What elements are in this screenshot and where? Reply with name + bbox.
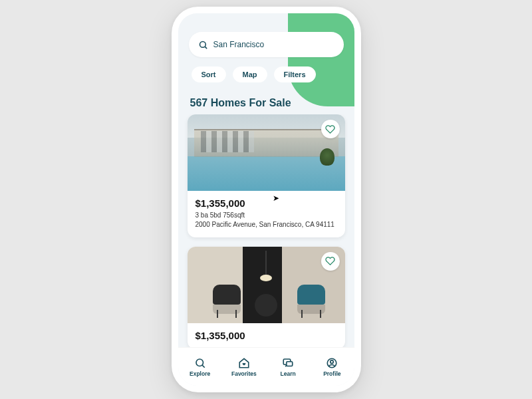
svg-point-7 [331, 360, 334, 363]
listing-price: $1,355,000 [196, 330, 337, 341]
filters-button[interactable]: Filters [274, 66, 316, 82]
listing-specs: 3 ba 5bd 756sqft [196, 211, 337, 219]
header: San Francisco Sort Map Filters [178, 13, 354, 88]
bottom-nav: Explore Favorites Learn Profile [178, 347, 354, 386]
phone-frame: San Francisco Sort Map Filters 567 Homes… [172, 7, 361, 392]
results-heading: 567 Homes For Sale [178, 88, 354, 114]
listing-card[interactable]: ➤ $1,355,000 3 ba 5bd 756sqft 2000 Pacif… [188, 114, 345, 237]
nav-learn[interactable]: Learn [266, 357, 310, 377]
svg-point-2 [196, 359, 203, 366]
sort-button[interactable]: Sort [192, 66, 226, 82]
svg-line-3 [202, 365, 205, 368]
nav-favorites[interactable]: Favorites [222, 357, 266, 377]
phone-screen: San Francisco Sort Map Filters 567 Homes… [178, 13, 354, 386]
favorite-button[interactable] [321, 120, 340, 138]
nav-profile[interactable]: Profile [310, 357, 354, 377]
listing-price: $1,355,000 [196, 198, 337, 209]
listing-body: ➤ $1,355,000 3 ba 5bd 756sqft 2000 Pacif… [188, 191, 345, 237]
search-icon [198, 40, 208, 50]
search-icon [194, 357, 206, 369]
listing-image [188, 247, 345, 323]
filter-chip-row: Sort Map Filters [189, 66, 344, 82]
nav-label: Explore [190, 370, 210, 377]
nav-explore[interactable]: Explore [178, 357, 222, 377]
listing-body: $1,355,000 [188, 323, 345, 348]
svg-line-1 [205, 47, 207, 49]
nav-label: Learn [281, 370, 296, 377]
nav-label: Profile [323, 370, 340, 377]
heart-icon [325, 256, 335, 266]
profile-icon [326, 357, 338, 369]
svg-point-0 [200, 41, 205, 47]
listing-card[interactable]: $1,355,000 [188, 247, 345, 348]
search-input[interactable]: San Francisco [189, 32, 344, 57]
favorite-button[interactable] [321, 252, 340, 271]
listing-address: 2000 Pacific Avenue, San Francisco, CA 9… [196, 220, 337, 229]
home-heart-icon [238, 357, 250, 369]
search-query-text: San Francisco [213, 40, 265, 49]
listing-image [188, 114, 345, 191]
svg-rect-5 [287, 361, 293, 366]
nav-label: Favorites [231, 370, 257, 377]
chat-icon [282, 357, 294, 369]
heart-icon [325, 124, 335, 134]
listings-scroll[interactable]: ➤ $1,355,000 3 ba 5bd 756sqft 2000 Pacif… [178, 114, 354, 347]
map-button[interactable]: Map [233, 66, 267, 82]
